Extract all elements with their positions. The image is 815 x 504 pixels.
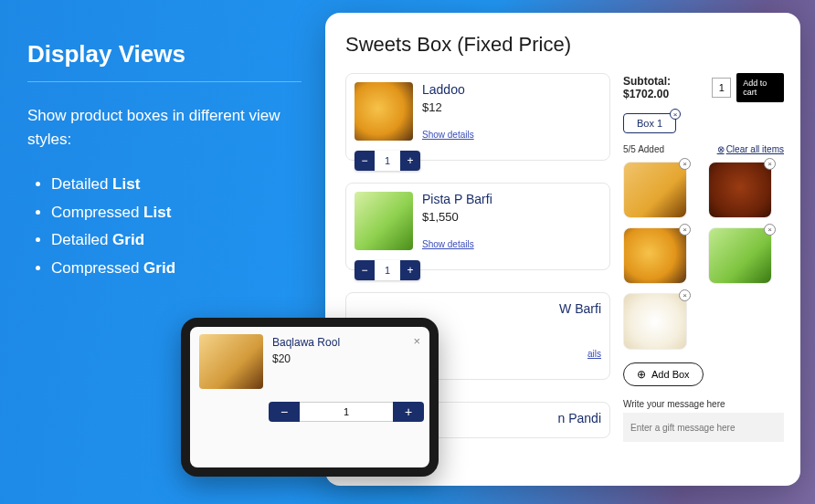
- list-item: Detailed List: [51, 171, 302, 199]
- show-details-link[interactable]: ails: [587, 349, 601, 359]
- box-pill-label: Box 1: [637, 118, 662, 129]
- remove-icon[interactable]: ×: [679, 289, 691, 301]
- close-icon[interactable]: ×: [670, 109, 681, 120]
- subtotal-label: Subtotal: $1702.00: [623, 75, 706, 100]
- selected-items-grid: × × × × ×: [623, 162, 784, 350]
- add-box-button[interactable]: Add Box: [623, 362, 704, 386]
- minus-button[interactable]: −: [269, 402, 300, 422]
- show-details-link[interactable]: Show details: [422, 130, 474, 140]
- product-image: [199, 334, 263, 389]
- quantity-stepper[interactable]: − 1 +: [355, 151, 420, 171]
- cart-qty-input[interactable]: 1: [712, 78, 731, 98]
- page-title: Sweets Box (Fixed Price): [345, 33, 784, 57]
- list-item: Compressed Grid: [51, 255, 302, 283]
- message-label: Write your message here: [623, 399, 784, 409]
- remove-icon[interactable]: ×: [679, 158, 691, 170]
- quantity-stepper[interactable]: − 1 +: [355, 260, 420, 280]
- divider: [27, 81, 302, 82]
- clear-all-link[interactable]: Clear all items: [717, 144, 784, 154]
- selected-item: ×: [623, 162, 687, 218]
- selected-item: ×: [623, 227, 687, 284]
- product-title: Pista P Barfi: [422, 192, 601, 206]
- product-title: Laddoo: [422, 82, 601, 97]
- add-to-cart-button[interactable]: Add to cart: [736, 73, 784, 102]
- product-item: Laddoo $12 Show details − 1 +: [345, 73, 610, 161]
- selected-item: ×: [708, 162, 772, 218]
- product-title: n Pandi: [422, 411, 601, 425]
- view-style-list: Detailed List Compressed List Detailed G…: [27, 171, 302, 282]
- add-box-label: Add Box: [651, 369, 690, 380]
- product-price: $1,550: [422, 210, 601, 224]
- plus-button[interactable]: +: [400, 151, 420, 171]
- added-count: 5/5 Added: [623, 144, 664, 154]
- qty-value: 1: [300, 402, 393, 422]
- product-item: Pista P Barfi $1,550 Show details − 1 +: [345, 183, 610, 270]
- qty-value: 1: [375, 260, 400, 280]
- product-title: W Barfi: [422, 301, 601, 316]
- close-icon[interactable]: ×: [413, 334, 420, 348]
- product-image: [355, 192, 413, 250]
- left-intro: Show product boxes in different view sty…: [27, 104, 302, 151]
- product-image: [355, 82, 413, 141]
- remove-icon[interactable]: ×: [679, 224, 691, 236]
- plus-button[interactable]: +: [400, 260, 420, 280]
- remove-icon[interactable]: ×: [764, 158, 776, 170]
- qty-value: 1: [375, 151, 400, 171]
- left-panel: Display Views Show product boxes in diff…: [27, 40, 302, 282]
- list-item: Detailed Grid: [51, 226, 302, 255]
- minus-button[interactable]: −: [355, 151, 375, 171]
- plus-button[interactable]: +: [393, 402, 424, 422]
- product-price: [422, 320, 601, 333]
- minus-button[interactable]: −: [355, 260, 375, 280]
- gift-message-input[interactable]: [623, 413, 784, 442]
- product-price: $12: [422, 100, 601, 114]
- product-price: $20: [272, 352, 340, 365]
- left-title: Display Views: [27, 40, 302, 81]
- show-details-link[interactable]: Show details: [422, 239, 474, 249]
- box-pill[interactable]: Box 1 ×: [623, 113, 676, 133]
- selected-item: ×: [708, 227, 772, 284]
- list-item: Compressed List: [51, 199, 302, 227]
- tablet-overlay: Baqlawa Rool $20 × − 1 +: [181, 318, 439, 477]
- quantity-stepper[interactable]: − 1 +: [269, 402, 424, 422]
- cart-sidebar: Subtotal: $1702.00 1 Add to cart Box 1 ×…: [623, 73, 784, 453]
- product-title: Baqlawa Rool: [272, 336, 340, 349]
- remove-icon[interactable]: ×: [764, 224, 776, 236]
- selected-item: ×: [623, 293, 687, 350]
